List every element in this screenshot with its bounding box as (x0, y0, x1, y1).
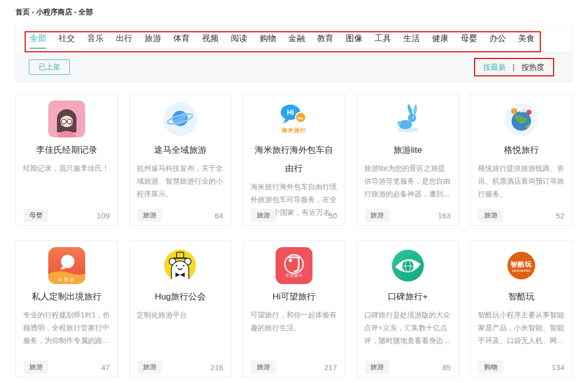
app-card-geyue[interactable]: 格悦旅行 格悦旅行提供旅游线路、资讯、机票酒店查询预订等旅行服务。 旅游 52 (470, 94, 573, 226)
svg-text:Me: Me (298, 116, 304, 120)
app-category-tag: 旅游 (251, 360, 276, 374)
girl-avatar-icon (48, 100, 85, 137)
nav-item-music[interactable]: 音乐 (87, 33, 104, 44)
nav-item-travel[interactable]: 旅游 (145, 33, 161, 44)
app-description: 经期记录，我只服李佳氏！ (23, 162, 110, 175)
nav-item-tools[interactable]: 工具 (375, 33, 391, 44)
app-description: 可望旅行，和你一起体验有趣的旅行生活。 (250, 309, 338, 334)
nav-item-baby[interactable]: 母婴 (461, 33, 477, 44)
nav-item-social[interactable]: 社交 (58, 33, 75, 44)
app-usage-count: 52 (556, 211, 564, 220)
travel-globe-icon (503, 100, 540, 137)
hime-chat-bubbles-icon: Hi Me 海米旅行 (276, 100, 312, 137)
app-card-koubei[interactable]: 口碑旅行+ 口碑旅行是处境游版的大众点评+京东，汇集数十亿点评，随时随地查看看身… (357, 240, 459, 377)
app-grid: 李佳氏经期记录 经期记录，我只服李佳氏！ 母婴 109 途马全域旅游 杭州途马科… (15, 94, 573, 377)
nav-item-sports[interactable]: 体育 (173, 33, 190, 44)
nav-item-transport[interactable]: 出行 (116, 33, 132, 44)
category-nav: 全部 社交 音乐 出行 旅游 体育 视频 阅读 购物 金融 教育 图像 工具 生… (16, 26, 572, 52)
nav-item-health[interactable]: 健康 (432, 33, 448, 44)
nav-item-image[interactable]: 图像 (346, 33, 362, 44)
svg-text:ZHIKUWANG: ZHIKUWANG (512, 270, 531, 272)
nav-item-office[interactable]: 办公 (489, 33, 506, 44)
eye-globe-icon (389, 247, 426, 284)
sort-divider: | (513, 63, 515, 71)
nav-item-education[interactable]: 教育 (317, 33, 334, 44)
app-usage-count: 64 (215, 211, 224, 220)
app-category-tag: 旅游 (24, 360, 48, 374)
zhikuwan-logo-icon: 智酷玩 ZHIKUWANG (503, 247, 540, 284)
app-title: Hi可望旅行 (243, 288, 345, 306)
svg-text:海米旅行: 海米旅行 (281, 127, 306, 133)
app-usage-count: 85 (442, 363, 451, 372)
app-card-kewang[interactable]: 可望旅行 Hi可望旅行 可望旅行，和你一起体验有趣的旅行生活。 旅游 217 (243, 240, 345, 377)
nav-item-shopping[interactable]: 购物 (260, 33, 276, 44)
app-usage-count: 216 (210, 363, 223, 372)
app-title: 旅游lite (357, 141, 459, 159)
nav-item-video[interactable]: 视频 (202, 33, 219, 44)
card-footer: 旅游 217 (243, 360, 345, 374)
app-description: 杭州途马科技发布，关于全域旅游、智慧旅游行业的小程序展示。 (137, 162, 224, 200)
app-title: 途马全域旅游 (130, 141, 231, 159)
app-title: 格悦旅行 (471, 141, 572, 159)
blue-planet-icon (162, 100, 199, 137)
card-footer: 旅游 50 (243, 209, 345, 222)
app-description: 旅游lite为您的景区之旅提供导游导览服务，是您自由行旅游的必备神器，遭到... (364, 162, 452, 200)
app-category-tag: 旅游 (365, 360, 389, 374)
card-footer: 旅游 163 (357, 209, 459, 222)
sort-by-hottest[interactable]: 按热度 (521, 63, 544, 72)
sort-group: 按最新 | 按热度 (483, 63, 544, 72)
nav-item-reading[interactable]: 阅读 (231, 33, 247, 44)
app-description: 口碑旅行是处境游版的大众点评+京东，汇集数十亿点评，随时随地查看看身边... (364, 309, 452, 347)
app-card-tuma[interactable]: 途马全域旅游 杭州途马科技发布，关于全域旅游、智慧旅游行业的小程序展示。 旅游 … (129, 94, 232, 226)
nav-item-life[interactable]: 生活 (403, 33, 420, 44)
nav-item-food[interactable]: 美食 (518, 33, 535, 44)
on-shelf-filter-button[interactable]: 已上架 (29, 59, 70, 75)
app-description: 格悦旅行提供旅游线路、资讯、机票酒店查询预订等旅行服务。 (478, 162, 565, 200)
nav-item-all[interactable]: 全部 (30, 33, 46, 44)
app-card-zhikuwan[interactable]: 智酷玩 ZHIKUWANG 智酷玩 智酷玩小程序主要从事智能家居产品，小米智能、… (470, 240, 573, 377)
card-footer: 旅游 216 (130, 360, 231, 374)
app-category-tag: 旅游 (138, 209, 162, 222)
app-title: 私人定制出境旅行 (16, 288, 117, 306)
app-usage-count: 50 (328, 211, 337, 220)
app-description: 专业的行程规划师1对1，价额透明，全程旅行管家行中服务，为你制作专属的路... (23, 309, 110, 347)
category-panel: 全部 社交 音乐 出行 旅游 体育 视频 阅读 购物 金融 教育 图像 工具 生… (15, 25, 573, 83)
svg-text:Hi: Hi (287, 108, 294, 116)
app-category-tag: 旅游 (365, 209, 389, 222)
app-title: 口碑旅行+ (357, 288, 459, 306)
app-usage-count: 109 (97, 211, 110, 220)
kewang-logo-icon: 可望旅行 (276, 247, 312, 284)
app-usage-count: 134 (552, 363, 564, 372)
card-footer: 母婴 109 (16, 209, 117, 222)
app-category-tag: 旅游 (138, 360, 162, 374)
blue-rabbit-icon (389, 100, 426, 137)
bear-in-hat-icon (162, 247, 199, 284)
outbound-bubble-icon: 出境游 (48, 247, 85, 284)
app-usage-count: 163 (438, 211, 450, 220)
app-description: 定制化旅游平台 (137, 309, 224, 321)
app-category-tag: 购物 (478, 360, 503, 374)
card-footer: 旅游 85 (357, 360, 459, 374)
app-card-sirendingzhi[interactable]: 出境游 私人定制出境旅行 专业的行程规划师1对1，价额透明，全程旅行管家行中服务… (15, 240, 118, 377)
app-category-tag: 母婴 (24, 209, 48, 222)
breadcrumb: 首页 - 小程序商店 - 全部 (0, 0, 588, 17)
sort-by-newest[interactable]: 按最新 (483, 63, 506, 72)
app-card-lijiashi[interactable]: 李佳氏经期记录 经期记录，我只服李佳氏！ 母婴 109 (15, 94, 118, 226)
app-usage-count: 217 (324, 363, 337, 372)
app-description: 智酷玩小程序主要从事智能家居产品，小米智能、智能手环及、口袋无人机、网... (478, 309, 565, 347)
app-category-tag: 旅游 (478, 209, 503, 222)
app-title: 智酷玩 (471, 288, 572, 306)
app-card-hug[interactable]: Hug旅行公会 定制化旅游平台 旅游 216 (129, 240, 232, 377)
app-card-lvyoulite[interactable]: 旅游lite 旅游lite为您的景区之旅提供导游导览服务，是您自由行旅游的必备神… (357, 94, 459, 226)
app-category-tag: 旅游 (251, 209, 276, 222)
nav-item-finance[interactable]: 金融 (288, 33, 305, 44)
app-title: Hug旅行公会 (130, 288, 231, 306)
svg-text:出境游: 出境游 (58, 277, 75, 282)
app-title: 海米旅行海外包车自由行 (243, 141, 345, 178)
svg-text:可望旅行: 可望旅行 (285, 273, 303, 278)
card-footer: 购物 134 (471, 360, 572, 374)
card-footer: 旅游 47 (16, 360, 117, 374)
card-footer: 旅游 52 (471, 209, 572, 222)
app-title: 李佳氏经期记录 (16, 141, 117, 159)
app-card-haimi[interactable]: Hi Me 海米旅行 海米旅行海外包车自由行 海米旅行海外包车自由行境外旅游包车… (243, 94, 345, 226)
